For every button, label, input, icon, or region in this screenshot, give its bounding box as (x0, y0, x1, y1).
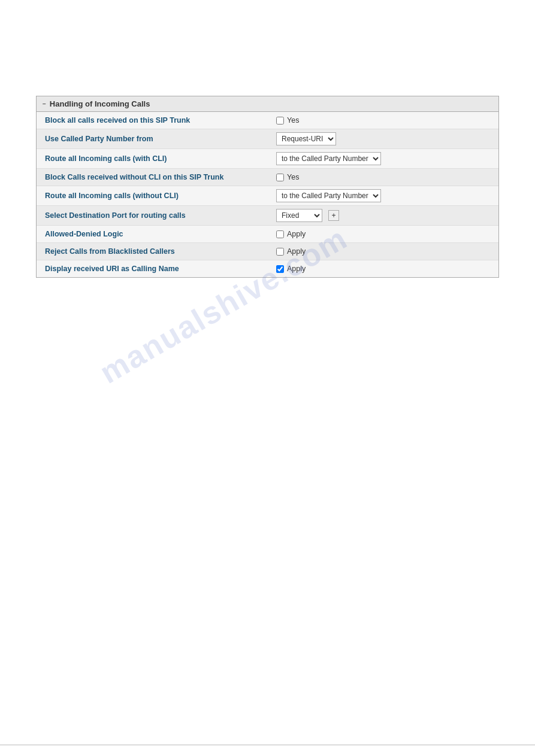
table-row: Select Destination Port for routing call… (37, 206, 498, 226)
table-row: Block all calls received on this SIP Tru… (37, 112, 498, 129)
table-row: Display received URI as Calling NameAppl… (37, 260, 498, 277)
checkbox-label-block-no-cli[interactable]: Yes (276, 173, 299, 181)
section-title: Handling of Incoming Calls (50, 99, 150, 108)
row-label-display-uri-calling-name: Display received URI as Calling Name (37, 260, 270, 277)
table-row: Route all Incoming calls (with CLI)to th… (37, 149, 498, 169)
table-row: Route all Incoming calls (without CLI)to… (37, 186, 498, 206)
checkbox-text-block-all-calls: Yes (287, 116, 299, 125)
table-row: Use Called Party Number fromRequest-URIT… (37, 129, 498, 149)
row-label-block-all-calls: Block all calls received on this SIP Tru… (37, 112, 270, 129)
row-control-destination-port: FixedDynamicAuto+ (270, 206, 498, 225)
bottom-line (0, 745, 535, 745)
row-label-route-without-cli: Route all Incoming calls (without CLI) (37, 187, 270, 204)
checkbox-block-all-calls[interactable] (276, 117, 284, 125)
row-label-allowed-denied-logic: Allowed-Denied Logic (37, 226, 270, 242)
checkbox-label-allowed-denied-logic[interactable]: Apply (276, 230, 306, 238)
table-row: Reject Calls from Blacklisted CallersApp… (37, 243, 498, 260)
checkbox-text-block-no-cli: Yes (287, 173, 299, 181)
table-row: Block Calls received without CLI on this… (37, 169, 498, 186)
select-route-without-cli[interactable]: to the Called Party Numberto an Extensio… (276, 189, 381, 202)
checkbox-label-block-all-calls[interactable]: Yes (276, 116, 299, 125)
select-called-party-from[interactable]: Request-URIToRURI (276, 132, 336, 145)
checkbox-allowed-denied-logic[interactable] (276, 230, 284, 238)
checkbox-label-display-uri-calling-name[interactable]: Apply (276, 265, 306, 273)
row-control-block-no-cli: Yes (270, 170, 498, 184)
checkbox-text-display-uri-calling-name: Apply (287, 265, 306, 273)
row-control-allowed-denied-logic: Apply (270, 227, 498, 241)
plus-button-destination-port[interactable]: + (328, 210, 339, 221)
table-row: Allowed-Denied LogicApply (37, 226, 498, 243)
row-control-block-all-calls: Yes (270, 113, 498, 127)
row-label-reject-blacklisted: Reject Calls from Blacklisted Callers (37, 243, 270, 260)
row-label-called-party-from: Use Called Party Number from (37, 130, 270, 147)
checkbox-reject-blacklisted[interactable] (276, 248, 284, 256)
row-label-route-with-cli: Route all Incoming calls (with CLI) (37, 150, 270, 167)
section-header: − Handling of Incoming Calls (37, 96, 498, 112)
checkbox-label-reject-blacklisted[interactable]: Apply (276, 247, 306, 256)
checkbox-block-no-cli[interactable] (276, 174, 284, 181)
row-control-called-party-from: Request-URIToRURI (270, 129, 498, 148)
checkbox-text-allowed-denied-logic: Apply (287, 230, 306, 238)
row-control-reject-blacklisted: Apply (270, 244, 498, 259)
row-control-display-uri-calling-name: Apply (270, 262, 498, 276)
row-control-route-with-cli: to the Called Party Numberto an Extensio… (270, 149, 498, 168)
incoming-calls-section: − Handling of Incoming Calls Block all c… (36, 96, 499, 278)
rows-container: Block all calls received on this SIP Tru… (37, 112, 498, 277)
select-route-with-cli[interactable]: to the Called Party Numberto an Extensio… (276, 152, 381, 165)
row-label-block-no-cli: Block Calls received without CLI on this… (37, 169, 270, 186)
collapse-icon[interactable]: − (43, 101, 46, 107)
select-destination-port[interactable]: FixedDynamicAuto (276, 209, 322, 222)
checkbox-display-uri-calling-name[interactable] (276, 265, 284, 273)
row-label-destination-port: Select Destination Port for routing call… (37, 207, 270, 224)
row-control-route-without-cli: to the Called Party Numberto an Extensio… (270, 186, 498, 205)
checkbox-text-reject-blacklisted: Apply (287, 247, 306, 256)
